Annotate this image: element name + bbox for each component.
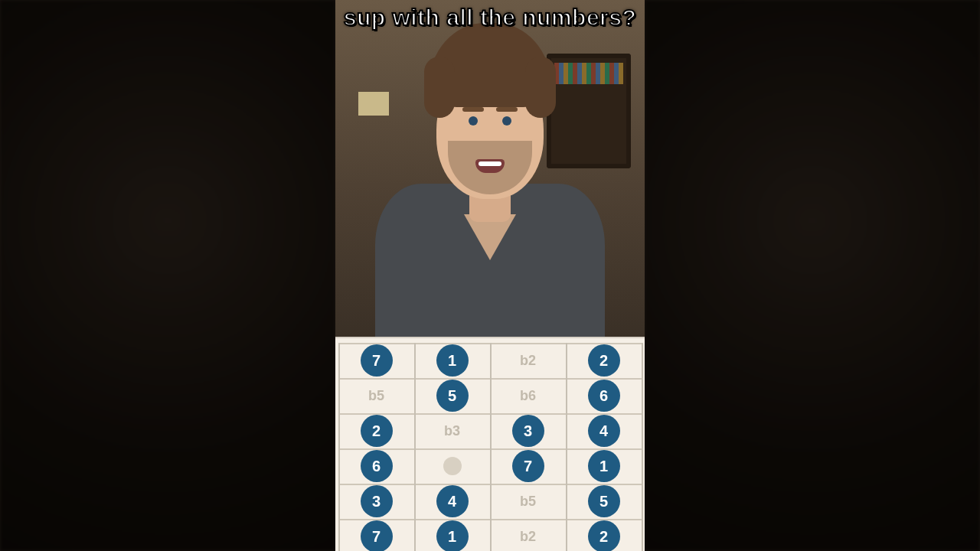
fretboard-row: 671 bbox=[338, 448, 642, 484]
fretboard-cell: 2 bbox=[566, 519, 642, 551]
fretboard-cell: b2 bbox=[490, 519, 566, 551]
fretboard-cell: b3 bbox=[414, 413, 490, 448]
interval-dot: 5 bbox=[436, 380, 469, 412]
fretboard-cell: 7 bbox=[338, 343, 414, 378]
fretboard-cell: 3 bbox=[490, 413, 566, 448]
fretboard-row: 2b334 bbox=[338, 413, 642, 448]
fretboard-cell: 1 bbox=[414, 343, 490, 378]
interval-dot: 2 bbox=[588, 344, 620, 377]
interval-dot: 2 bbox=[361, 415, 393, 447]
interval-dot: 6 bbox=[361, 450, 393, 482]
fret-marker bbox=[443, 457, 462, 475]
fretboard-cell: 1 bbox=[414, 519, 490, 551]
fretboard-row: 34b55 bbox=[338, 484, 642, 519]
fretboard-cell: 7 bbox=[338, 519, 414, 551]
eye-right bbox=[502, 116, 511, 126]
mouth bbox=[475, 159, 505, 173]
interval-ghost: b3 bbox=[444, 423, 460, 439]
fretboard-cell bbox=[414, 448, 490, 484]
fretboard-cell: 2 bbox=[566, 343, 642, 378]
fretboard-cell: b6 bbox=[490, 378, 566, 413]
fretboard-row: 71b22 bbox=[338, 519, 642, 551]
interval-dot: 7 bbox=[361, 520, 393, 551]
fretboard-cell: b5 bbox=[490, 484, 566, 519]
interval-dot: 6 bbox=[588, 380, 620, 412]
fretboard-grid: 71b22b55b662b33467134b5571b22 bbox=[338, 343, 642, 551]
caption-text: sup with all the numbers? bbox=[335, 5, 645, 31]
fretboard-cell: 6 bbox=[566, 378, 642, 413]
eyebrow-right bbox=[496, 107, 518, 112]
vertical-video-column[interactable]: sup with all the numbers? 71b22b55b662b3… bbox=[335, 0, 645, 551]
interval-dot: 7 bbox=[512, 450, 544, 482]
pillarbox-right bbox=[645, 0, 980, 551]
fretboard-row: 71b22 bbox=[338, 343, 642, 378]
video-frame: sup with all the numbers? 71b22b55b662b3… bbox=[0, 0, 980, 551]
fretboard-cell: b5 bbox=[338, 378, 414, 413]
interval-dot: 2 bbox=[588, 520, 620, 551]
fretboard-row: b55b66 bbox=[338, 378, 642, 413]
interval-ghost: b5 bbox=[520, 494, 536, 510]
fretboard-cell: 2 bbox=[338, 413, 414, 448]
fretboard-cell: 6 bbox=[338, 448, 414, 484]
fretboard-cell: 3 bbox=[338, 484, 414, 519]
pillarbox-left bbox=[0, 0, 335, 551]
fret-line bbox=[642, 343, 643, 551]
fretboard-cell: 5 bbox=[566, 484, 642, 519]
interval-dot: 1 bbox=[436, 344, 469, 377]
fretboard-cell: 4 bbox=[566, 413, 642, 448]
interval-ghost: b5 bbox=[368, 388, 384, 404]
interval-dot: 3 bbox=[361, 485, 393, 517]
eyebrow-left bbox=[462, 107, 484, 112]
presenter-video[interactable]: sup with all the numbers? bbox=[335, 0, 645, 337]
interval-dot: 3 bbox=[512, 415, 544, 447]
fretboard-cell: b2 bbox=[490, 343, 566, 378]
interval-dot: 1 bbox=[588, 450, 620, 482]
presenter bbox=[368, 61, 612, 337]
interval-dot: 4 bbox=[588, 415, 620, 447]
interval-ghost: b6 bbox=[520, 388, 536, 404]
interval-dot: 4 bbox=[436, 485, 469, 517]
fretboard-cell: 4 bbox=[414, 484, 490, 519]
fretboard-cell: 5 bbox=[414, 378, 490, 413]
interval-dot: 7 bbox=[361, 344, 393, 377]
fretboard-cell: 7 bbox=[490, 448, 566, 484]
eye-left bbox=[469, 116, 478, 126]
interval-dot: 5 bbox=[588, 485, 620, 517]
fretboard-cells: 71b22b55b662b33467134b5571b22 bbox=[338, 343, 642, 551]
fretboard-diagram: 71b22b55b662b33467134b5571b22 bbox=[335, 337, 645, 551]
interval-ghost: b2 bbox=[520, 529, 536, 545]
interval-dot: 1 bbox=[436, 520, 469, 551]
fretboard-cell: 1 bbox=[566, 448, 642, 484]
interval-ghost: b2 bbox=[520, 353, 536, 369]
